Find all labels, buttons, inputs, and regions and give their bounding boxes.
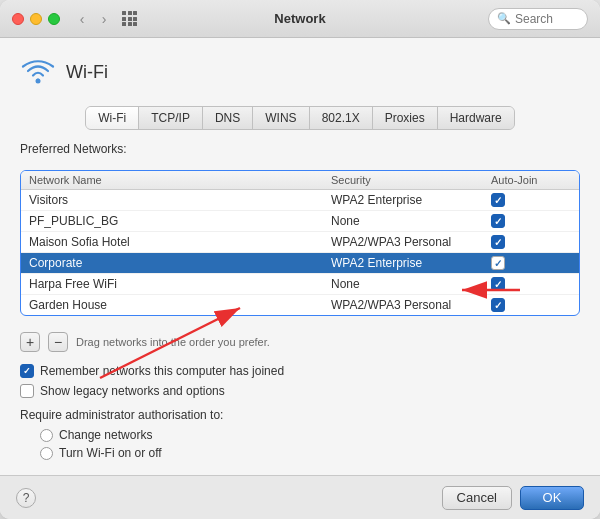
network-autojoin: [491, 298, 571, 312]
turn-wifi-option: Turn Wi-Fi on or off: [40, 446, 580, 460]
network-security: WPA2/WPA3 Personal: [331, 298, 491, 312]
add-remove-row: + − Drag networks into the order you pre…: [20, 332, 580, 352]
remember-label: Remember networks this computer has join…: [40, 364, 284, 378]
window: ‹ › Network 🔍: [0, 0, 600, 519]
tab-dns[interactable]: DNS: [203, 107, 253, 129]
network-name: PF_PUBLIC_BG: [29, 214, 331, 228]
svg-point-0: [36, 79, 41, 84]
network-name: Visitors: [29, 193, 331, 207]
networks-table: Network Name Security Auto-Join Visitors…: [20, 170, 580, 316]
nav-buttons: ‹ ›: [72, 9, 114, 29]
traffic-lights: [12, 13, 60, 25]
col-header-autojoin: Auto-Join: [491, 174, 571, 186]
remember-checkbox[interactable]: [20, 364, 34, 378]
main-panel: Wi-Fi Wi-Fi TCP/IP DNS WINS 802.1X Proxi…: [0, 38, 600, 475]
network-security: None: [331, 277, 491, 291]
network-autojoin: [491, 235, 571, 249]
change-networks-option: Change networks: [40, 428, 580, 442]
back-button[interactable]: ‹: [72, 9, 92, 29]
close-button[interactable]: [12, 13, 24, 25]
tab-wifi[interactable]: Wi-Fi: [86, 107, 139, 129]
autojoin-checkbox[interactable]: [491, 235, 505, 249]
autojoin-checkbox[interactable]: [491, 214, 505, 228]
search-icon: 🔍: [497, 12, 511, 25]
minimize-button[interactable]: [30, 13, 42, 25]
table-row[interactable]: Garden House WPA2/WPA3 Personal: [21, 295, 579, 315]
legacy-checkbox[interactable]: [20, 384, 34, 398]
action-buttons: Cancel OK: [442, 486, 584, 510]
network-autojoin: [491, 214, 571, 228]
turn-wifi-label: Turn Wi-Fi on or off: [59, 446, 162, 460]
col-header-name: Network Name: [29, 174, 331, 186]
remember-option-row: Remember networks this computer has join…: [20, 364, 580, 378]
network-name: Maison Sofia Hotel: [29, 235, 331, 249]
col-header-security: Security: [331, 174, 491, 186]
tab-tcpip[interactable]: TCP/IP: [139, 107, 203, 129]
tab-proxies[interactable]: Proxies: [373, 107, 438, 129]
tab-8021x[interactable]: 802.1X: [310, 107, 373, 129]
network-security: WPA2 Enterprise: [331, 256, 491, 270]
network-autojoin: [491, 193, 571, 207]
wifi-header: Wi-Fi: [20, 54, 580, 90]
table-body: Visitors WPA2 Enterprise PF_PUBLIC_BG No…: [21, 190, 579, 315]
search-box[interactable]: 🔍: [488, 8, 588, 30]
main-wrapper: Wi-Fi Wi-Fi TCP/IP DNS WINS 802.1X Proxi…: [0, 38, 600, 475]
ok-button[interactable]: OK: [520, 486, 584, 510]
tab-hardware[interactable]: Hardware: [438, 107, 514, 129]
table-header: Network Name Security Auto-Join: [21, 171, 579, 190]
remove-network-button[interactable]: −: [48, 332, 68, 352]
autojoin-checkbox[interactable]: [491, 193, 505, 207]
network-security: None: [331, 214, 491, 228]
search-input[interactable]: [515, 12, 579, 26]
network-name: Harpa Free WiFi: [29, 277, 331, 291]
wifi-icon: [20, 54, 56, 90]
table-row[interactable]: PF_PUBLIC_BG None: [21, 211, 579, 232]
table-row[interactable]: Harpa Free WiFi None: [21, 274, 579, 295]
tabs-container: Wi-Fi TCP/IP DNS WINS 802.1X Proxies Har…: [85, 106, 514, 130]
options-section: Remember networks this computer has join…: [20, 364, 580, 460]
legacy-label: Show legacy networks and options: [40, 384, 225, 398]
legacy-option-row: Show legacy networks and options: [20, 384, 580, 398]
drag-hint: Drag networks into the order you prefer.: [76, 336, 270, 348]
autojoin-checkbox[interactable]: [491, 277, 505, 291]
help-button[interactable]: ?: [16, 488, 36, 508]
table-row[interactable]: Visitors WPA2 Enterprise: [21, 190, 579, 211]
preferred-networks-heading: Preferred Networks:: [20, 142, 580, 156]
network-name: Corporate: [29, 256, 331, 270]
change-networks-label: Change networks: [59, 428, 152, 442]
autojoin-checkbox[interactable]: [491, 256, 505, 270]
network-autojoin: [491, 277, 571, 291]
sub-options: Change networks Turn Wi-Fi on or off: [40, 428, 580, 460]
table-row-selected[interactable]: Corporate WPA2 Enterprise: [21, 253, 579, 274]
bottom-bar: ? Cancel OK: [0, 475, 600, 519]
cancel-button[interactable]: Cancel: [442, 486, 512, 510]
network-name: Garden House: [29, 298, 331, 312]
turn-wifi-radio[interactable]: [40, 447, 53, 460]
network-security: WPA2/WPA3 Personal: [331, 235, 491, 249]
network-security: WPA2 Enterprise: [331, 193, 491, 207]
titlebar: ‹ › Network 🔍: [0, 0, 600, 38]
autojoin-checkbox[interactable]: [491, 298, 505, 312]
tab-wins[interactable]: WINS: [253, 107, 309, 129]
window-title: Network: [274, 11, 325, 26]
change-networks-radio[interactable]: [40, 429, 53, 442]
require-label: Require administrator authorisation to:: [20, 408, 580, 422]
grid-icon[interactable]: [122, 11, 137, 26]
add-network-button[interactable]: +: [20, 332, 40, 352]
maximize-button[interactable]: [48, 13, 60, 25]
table-row[interactable]: Maison Sofia Hotel WPA2/WPA3 Personal: [21, 232, 579, 253]
wifi-label: Wi-Fi: [66, 62, 108, 83]
forward-button[interactable]: ›: [94, 9, 114, 29]
network-autojoin: [491, 256, 571, 270]
